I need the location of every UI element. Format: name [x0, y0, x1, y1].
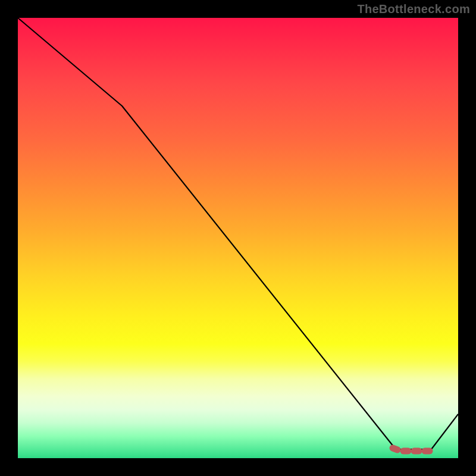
chart-svg	[0, 0, 476, 476]
main-curve-line	[18, 18, 458, 449]
watermark-text: TheBottleneck.com	[357, 2, 470, 16]
chart-stage: TheBottleneck.com	[0, 0, 476, 476]
svg-line-0	[393, 448, 397, 450]
